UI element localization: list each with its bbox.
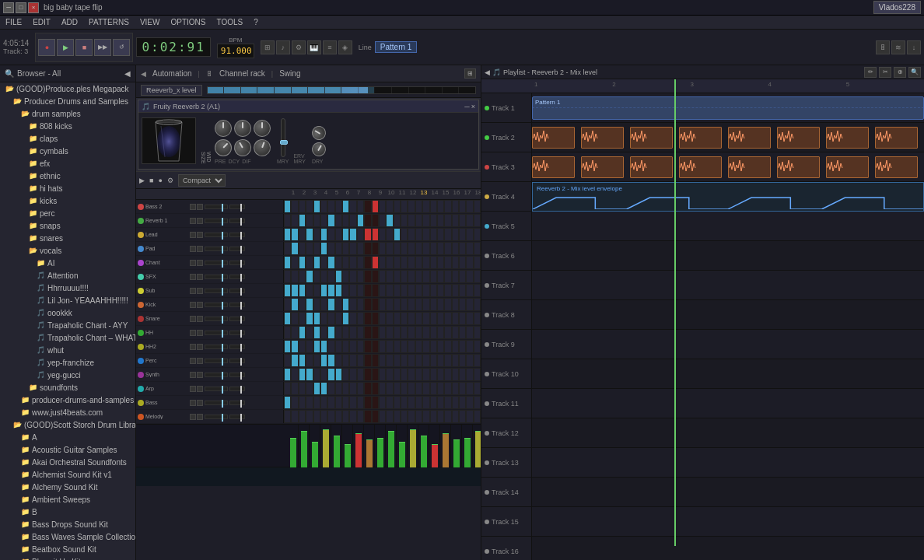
minimize-btn[interactable]: ─	[3, 2, 14, 13]
step-btn-13-26[interactable]	[474, 382, 481, 395]
step-btn-14-13[interactable]	[379, 396, 386, 409]
step-btn-12-3[interactable]	[306, 368, 313, 381]
step-btn-4-13[interactable]	[379, 256, 386, 269]
step-btn-11-22[interactable]	[444, 354, 451, 367]
step-btn-13-23[interactable]	[452, 382, 459, 395]
step-btn-5-0[interactable]	[284, 270, 291, 283]
sidebar-item-27[interactable]: 📂(GOOD)Scott Storch Drum Library	[0, 418, 135, 431]
step-btn-1-20[interactable]	[430, 214, 437, 227]
step-btn-7-18[interactable]	[415, 298, 422, 311]
step-btn-1-4[interactable]	[313, 214, 320, 227]
step-btn-0-6[interactable]	[327, 200, 334, 213]
step-btn-0-13[interactable]	[379, 200, 386, 213]
step-btn-3-7[interactable]	[335, 242, 342, 255]
step-btn-4-23[interactable]	[452, 256, 459, 269]
knob-6[interactable]	[251, 136, 273, 158]
step-btn-8-21[interactable]	[437, 312, 444, 325]
step-btn-0-20[interactable]	[430, 200, 437, 213]
step-btn-7-13[interactable]	[379, 298, 386, 311]
step-btn-8-18[interactable]	[415, 312, 422, 325]
step-btn-2-19[interactable]	[422, 228, 429, 241]
step-btn-8-16[interactable]	[401, 312, 408, 325]
step-btn-7-16[interactable]	[401, 298, 408, 311]
pattern-block-2-6[interactable]	[826, 156, 869, 178]
step-btn-11-17[interactable]	[408, 354, 415, 367]
pattern-block-2-3[interactable]	[679, 156, 722, 178]
step-btn-7-26[interactable]	[474, 298, 481, 311]
step-btn-2-18[interactable]	[415, 228, 422, 241]
step-btn-3-22[interactable]	[444, 242, 451, 255]
step-btn-4-21[interactable]	[437, 256, 444, 269]
step-btn-14-9[interactable]	[349, 396, 356, 409]
step-btn-1-7[interactable]	[335, 214, 342, 227]
step-btn-6-21[interactable]	[437, 284, 444, 297]
sidebar-item-34[interactable]: 📁B	[0, 506, 135, 518]
step-btn-8-0[interactable]	[284, 312, 291, 325]
step-btn-12-20[interactable]	[430, 368, 437, 381]
menu-tools[interactable]: TOOLS	[214, 18, 245, 26]
step-btn-11-7[interactable]	[335, 354, 342, 367]
step-btn-13-16[interactable]	[401, 382, 408, 395]
step-btn-5-24[interactable]	[459, 270, 466, 283]
step-btn-15-4[interactable]	[313, 410, 320, 423]
step-mode-select[interactable]: Compact	[178, 174, 226, 187]
step-btn-6-3[interactable]	[306, 284, 313, 297]
sidebar-item-0[interactable]: 📂(GOOD)Produce.ples Megapack	[0, 82, 135, 95]
step-btn-13-5[interactable]	[320, 382, 327, 395]
step-btn-0-10[interactable]	[357, 200, 364, 213]
step-play-btn[interactable]: ▶	[139, 177, 145, 184]
step-btn-4-25[interactable]	[466, 256, 473, 269]
step-btn-9-26[interactable]	[474, 326, 481, 339]
step-btn-15-20[interactable]	[430, 410, 437, 423]
step-btn-12-6[interactable]	[327, 368, 334, 381]
step-btn-13-20[interactable]	[430, 382, 437, 395]
step-btn-10-22[interactable]	[444, 340, 451, 353]
step-btn-9-15[interactable]	[394, 326, 401, 339]
step-btn-4-20[interactable]	[430, 256, 437, 269]
step-btn-5-7[interactable]	[335, 270, 342, 283]
step-btn-8-3[interactable]	[306, 312, 313, 325]
step-btn-10-8[interactable]	[342, 340, 349, 353]
step-btn-3-23[interactable]	[452, 242, 459, 255]
step-btn-11-3[interactable]	[306, 354, 313, 367]
step-btn-6-17[interactable]	[408, 284, 415, 297]
step-btn-11-5[interactable]	[320, 354, 327, 367]
step-btn-2-9[interactable]	[349, 228, 356, 241]
pattern-block-2-7[interactable]	[875, 156, 918, 178]
step-btn-10-13[interactable]	[379, 340, 386, 353]
step-btn-0-25[interactable]	[466, 200, 473, 213]
step-btn-3-19[interactable]	[422, 242, 429, 255]
step-btn-0-1[interactable]	[291, 200, 298, 213]
step-btn-8-4[interactable]	[313, 312, 320, 325]
step-btn-14-17[interactable]	[408, 396, 415, 409]
step-btn-1-3[interactable]	[306, 214, 313, 227]
step-btn-3-18[interactable]	[415, 242, 422, 255]
step-btn-3-9[interactable]	[349, 242, 356, 255]
step-btn-1-19[interactable]	[422, 214, 429, 227]
step-btn-14-15[interactable]	[394, 396, 401, 409]
step-btn-4-17[interactable]	[408, 256, 415, 269]
step-btn-3-0[interactable]	[284, 242, 291, 255]
step-btn-3-17[interactable]	[408, 242, 415, 255]
step-btn-2-16[interactable]	[401, 228, 408, 241]
step-btn-11-1[interactable]	[291, 354, 298, 367]
step-btn-10-17[interactable]	[408, 340, 415, 353]
sidebar-item-23[interactable]: 🎵yeg-gucci	[0, 369, 135, 381]
step-btn-12-0[interactable]	[284, 368, 291, 381]
step-btn-5-18[interactable]	[415, 270, 422, 283]
step-btn-2-4[interactable]	[313, 228, 320, 241]
step-btn-8-25[interactable]	[466, 312, 473, 325]
step-btn-9-14[interactable]	[386, 326, 393, 339]
step-btn-4-16[interactable]	[401, 256, 408, 269]
step-btn-8-11[interactable]	[364, 312, 371, 325]
step-btn-14-20[interactable]	[430, 396, 437, 409]
step-btn-6-8[interactable]	[342, 284, 349, 297]
step-btn-11-9[interactable]	[349, 354, 356, 367]
step-btn-14-3[interactable]	[306, 396, 313, 409]
step-btn-5-2[interactable]	[299, 270, 306, 283]
step-btn-3-6[interactable]	[327, 242, 334, 255]
step-btn-5-22[interactable]	[444, 270, 451, 283]
step-btn-13-11[interactable]	[364, 382, 371, 395]
step-btn-7-1[interactable]	[291, 298, 298, 311]
pattern-block-2-4[interactable]	[728, 156, 771, 178]
